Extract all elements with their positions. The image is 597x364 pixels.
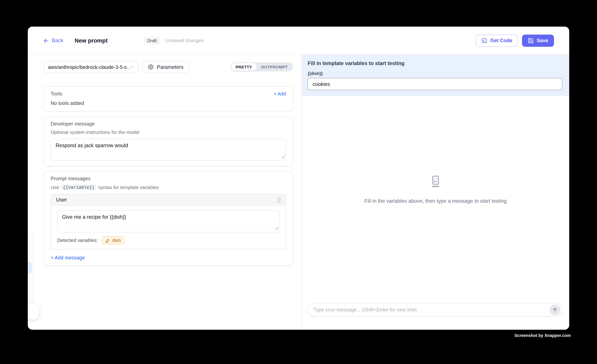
role-selector[interactable]: User [56, 197, 82, 203]
resize-handle-icon[interactable] [275, 227, 278, 230]
page-title: New prompt [75, 37, 108, 44]
parameters-button[interactable]: Parameters [142, 61, 189, 73]
developer-message-card: Developer message Optional system instru… [43, 116, 293, 166]
gear-icon [148, 64, 154, 70]
detected-variables-row: Detected variables: dish [57, 236, 280, 245]
get-code-label: Get Code [490, 38, 512, 43]
cutoff-sidebar-item [28, 262, 32, 273]
resize-handle-icon[interactable] [281, 155, 285, 159]
content-split: aws/anthropic/bedrock-claude-3-5-s... Pa… [28, 55, 569, 330]
back-button[interactable]: Back [43, 38, 63, 44]
variable-chip-label: dish [112, 238, 121, 243]
message-header: User [51, 194, 286, 206]
arrow-left-icon [43, 38, 49, 44]
chat-empty-state: Fill in the variables above, then type a… [302, 96, 569, 303]
chevron-down-icon [77, 197, 82, 202]
send-button[interactable] [549, 304, 560, 315]
model-selector-value: aws/anthropic/bedrock-claude-3-5-s... [48, 64, 130, 70]
chevron-down-icon [129, 65, 134, 69]
message-text-input[interactable]: Give me a recipe for {{dish}} [57, 210, 280, 232]
screenshot-stage: Back New prompt Draft Unsaved changes Ge… [0, 0, 597, 364]
prompt-messages-card: Prompt messages Use {{variable}} syntax … [43, 171, 293, 266]
developer-message-title: Developer message [51, 121, 286, 127]
message-body: Give me a recipe for {{dish}} Detected v… [51, 206, 286, 249]
header-actions: Get Code Save [476, 34, 554, 47]
save-button[interactable]: Save [522, 34, 554, 47]
chat-area: Fill in the variables above, then type a… [302, 96, 569, 330]
app-window: Back New prompt Draft Unsaved changes Ge… [28, 27, 569, 330]
toggle-option-pretty[interactable]: PRETTY [231, 63, 257, 71]
add-message-button[interactable]: + Add message [51, 255, 85, 260]
tools-empty-text: No tools added [51, 100, 286, 106]
tools-card: Tools + Add No tools added [43, 86, 293, 111]
floppy-disk-icon [527, 38, 534, 44]
role-value: User [56, 197, 67, 203]
chat-message-input[interactable] [308, 303, 562, 316]
add-tool-button[interactable]: + Add [274, 91, 286, 96]
pencil-line-icon [105, 238, 110, 243]
parameters-label: Parameters [157, 64, 183, 70]
bot-face-icon [429, 175, 442, 188]
prompt-messages-title: Prompt messages [51, 176, 286, 181]
toggle-option-dotprompt[interactable]: DOTPROMPT [257, 63, 292, 71]
tools-title: Tools [51, 91, 62, 97]
message-block: User Give me a recipe for {{dish}} [51, 194, 286, 250]
arrow-up-icon [552, 307, 558, 313]
chat-input-row [302, 303, 569, 330]
subtitle-prefix: Use [51, 185, 59, 190]
model-selector[interactable]: aws/anthropic/bedrock-claude-3-5-s... [43, 61, 139, 73]
terminal-square-icon [481, 38, 487, 44]
variable-chip-dish[interactable]: dish [102, 236, 125, 245]
detected-variables-label: Detected variables: [57, 238, 98, 243]
save-label: Save [537, 38, 548, 43]
unsaved-changes-text: Unsaved changes [165, 38, 204, 43]
grip-dots-icon[interactable] [277, 197, 281, 203]
subtitle-suffix: syntax for template variables [98, 185, 159, 190]
get-code-button[interactable]: Get Code [476, 34, 518, 47]
chat-input-container [308, 303, 562, 316]
developer-message-subtitle: Optional system instructions for the mod… [51, 130, 286, 135]
developer-message-input[interactable]: Respond as jack sparrow would [51, 139, 286, 161]
prompt-editor-pane: aws/anthropic/bedrock-claude-3-5-s... Pa… [28, 55, 302, 330]
template-variables-section: Fill in template variables to start test… [302, 55, 569, 96]
variable-syntax-chip: {{variable}} [61, 184, 96, 190]
model-row: aws/anthropic/bedrock-claude-3-5-s... Pa… [43, 61, 293, 73]
header: Back New prompt Draft Unsaved changes Ge… [28, 27, 569, 55]
back-label: Back [52, 38, 63, 43]
prompt-tester-pane: Fill in template variables to start test… [302, 55, 569, 330]
tester-title: Fill in template variables to start test… [308, 61, 562, 66]
watermark-text: Screenshot by Xnapper.com [514, 333, 571, 338]
status-badge: Draft [144, 37, 160, 44]
format-toggle: PRETTY DOTPROMPT [230, 62, 293, 71]
variable-name-label: {{dish}} [308, 71, 562, 76]
cutoff-popover [28, 304, 39, 319]
variable-value-input[interactable] [308, 78, 562, 90]
chat-empty-text: Fill in the variables above, then type a… [364, 198, 507, 204]
prompt-messages-subtitle: Use {{variable}} syntax for template var… [51, 184, 286, 190]
